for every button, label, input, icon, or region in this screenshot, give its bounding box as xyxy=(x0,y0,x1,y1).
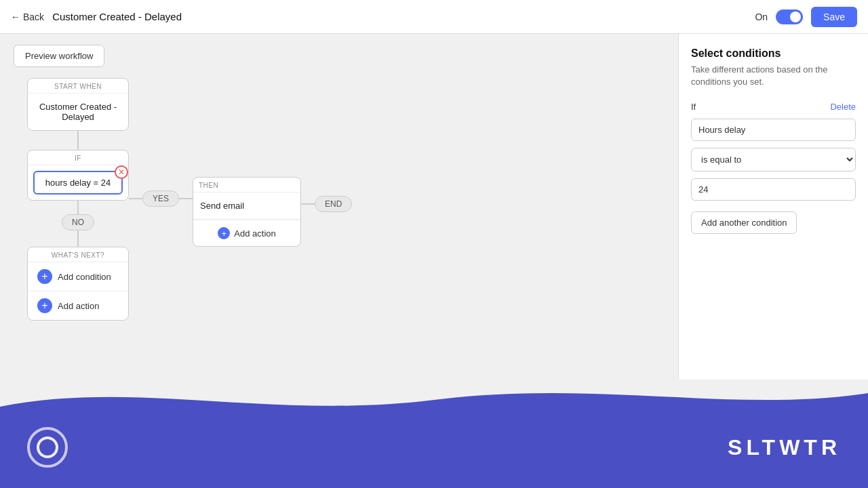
back-button[interactable]: ← Back xyxy=(11,12,44,22)
add-action-label: Add action xyxy=(58,301,99,311)
condition-text: hours delay = 24 xyxy=(45,178,111,188)
add-action-icon: + xyxy=(37,298,52,313)
add-action-button[interactable]: + Add action xyxy=(28,291,128,320)
canvas-toolbar: Preview workflow xyxy=(0,34,678,78)
footer-logo xyxy=(27,427,68,468)
yes-row: YES xyxy=(129,190,193,207)
then-header: THEN xyxy=(193,178,300,192)
remove-condition-button[interactable]: ✕ xyxy=(115,165,128,179)
footer: SLTWTR xyxy=(0,380,868,488)
header: ← Back Customer Created - Delayed On Sav… xyxy=(0,0,868,34)
toggle-label: On xyxy=(755,12,768,22)
if-column: IF hours delay = 24 ✕ NO xyxy=(27,150,129,321)
whats-next-header: WHAT'S NEXT? xyxy=(28,247,128,262)
connector-then-to-end xyxy=(301,203,315,205)
condition-value-input[interactable] xyxy=(691,178,856,201)
back-label: Back xyxy=(23,12,44,22)
footer-brand: SLTWTR xyxy=(728,435,841,460)
panel-title: Select conditions xyxy=(691,47,856,60)
connector-if-to-yes xyxy=(129,198,142,199)
right-panel: Select conditions Take different actions… xyxy=(678,34,868,380)
condition-header-row: If Delete xyxy=(691,102,856,112)
add-action-then-icon: + xyxy=(218,227,230,239)
yes-badge: YES xyxy=(142,190,179,207)
start-when-value: Customer Created - Delayed xyxy=(28,94,128,130)
then-column: THEN Send email + Add action xyxy=(193,177,301,247)
add-condition-label: Add condition xyxy=(58,272,111,282)
add-action-then-label: Add action xyxy=(234,228,275,239)
start-when-node[interactable]: START WHEN Customer Created - Delayed xyxy=(27,78,129,131)
canvas-area: Preview workflow START WHEN Customer Cre… xyxy=(0,34,678,380)
condition-operator-select[interactable]: is equal to is not equal to is greater t… xyxy=(691,148,856,171)
if-then-row: IF hours delay = 24 ✕ NO xyxy=(27,150,352,321)
connector-yes-to-then xyxy=(179,198,193,199)
no-badge: NO xyxy=(62,214,94,230)
start-when-section: START WHEN Customer Created - Delayed xyxy=(27,78,129,150)
connector-start-to-if xyxy=(77,131,79,150)
start-when-header: START WHEN xyxy=(28,79,128,94)
yes-section: YES xyxy=(129,190,193,207)
connector-no-to-next xyxy=(77,230,79,247)
workflow-canvas: START WHEN Customer Created - Delayed IF… xyxy=(0,78,678,334)
add-condition-button[interactable]: + Add condition xyxy=(28,262,128,291)
condition-field-input[interactable] xyxy=(691,119,856,141)
add-another-condition-button[interactable]: Add another condition xyxy=(691,211,797,234)
header-controls: On Save xyxy=(755,7,857,27)
end-section: END xyxy=(301,196,352,212)
main-layout: Preview workflow START WHEN Customer Cre… xyxy=(0,34,868,380)
end-row: END xyxy=(301,196,352,212)
delete-link[interactable]: Delete xyxy=(830,102,856,112)
if-condition[interactable]: hours delay = 24 ✕ xyxy=(33,171,123,195)
preview-workflow-button[interactable]: Preview workflow xyxy=(14,45,104,67)
panel-description: Take different actions based on the cond… xyxy=(691,64,856,88)
if-label: If xyxy=(691,102,696,112)
connector-if-to-no xyxy=(77,201,79,214)
footer-content: SLTWTR xyxy=(0,407,868,488)
add-action-then-button[interactable]: + Add action xyxy=(193,220,300,246)
if-node: IF hours delay = 24 ✕ xyxy=(27,150,129,201)
if-header: IF xyxy=(28,150,128,165)
send-email-action[interactable]: Send email xyxy=(193,192,300,220)
page-title: Customer Created - Delayed xyxy=(52,11,747,22)
add-condition-icon: + xyxy=(37,269,52,284)
back-arrow-icon: ← xyxy=(11,12,20,22)
status-toggle[interactable] xyxy=(776,9,803,24)
whats-next-node: WHAT'S NEXT? + Add condition + Add actio… xyxy=(27,247,129,321)
save-button[interactable]: Save xyxy=(811,7,857,27)
footer-logo-inner xyxy=(37,436,58,458)
then-node: THEN Send email + Add action xyxy=(193,177,301,247)
end-badge: END xyxy=(315,196,352,212)
